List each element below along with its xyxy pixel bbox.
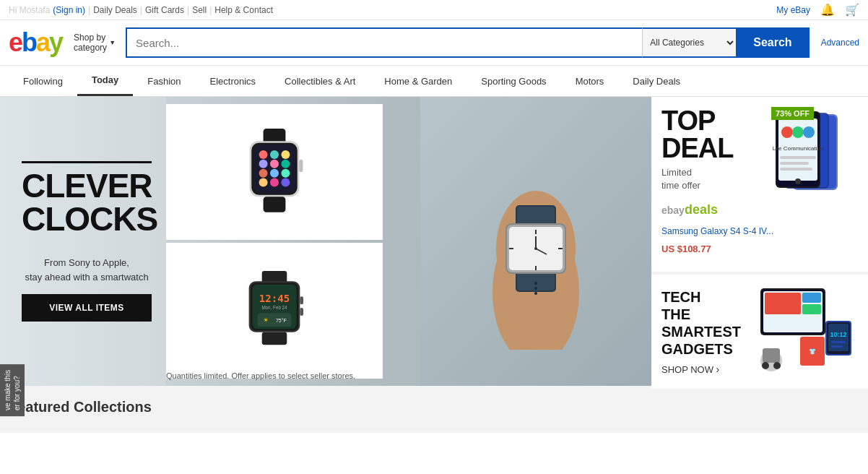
nav-bar: Following Today Fashion Electronics Coll… (0, 66, 868, 97)
svg-text:Mon, Feb 24: Mon, Feb 24 (261, 305, 287, 310)
ebay-deals-logo: ebaydeals (661, 202, 764, 217)
search-bar: All Categories Search (126, 27, 810, 58)
svg-rect-17 (264, 197, 286, 212)
top-deal-heading: TOPDEAL (661, 107, 764, 162)
wrist-watch-image (420, 97, 651, 386)
greeting-text: Hi Mostafa (9, 5, 50, 15)
svg-point-4 (259, 150, 268, 159)
featured-collections-title: Featured Collections (9, 399, 859, 415)
svg-point-5 (270, 150, 279, 159)
logo-a: a (36, 27, 49, 57)
logo-b: b (22, 27, 36, 57)
signin-link[interactable]: (Sign in) (53, 5, 85, 15)
tech-heading: TECHTHE SMARTESTGADGETS (661, 288, 757, 358)
svg-text:75°F: 75°F (276, 318, 287, 323)
separator3: | (187, 5, 189, 15)
apple-watch-box[interactable] (166, 104, 383, 240)
smart-watch-svg: 12:45 Mon, Feb 24 ☀ 75°F (235, 271, 314, 350)
top-bar-left: Hi Mostafa (Sign in) | Daily Deals | Gif… (9, 5, 273, 15)
top-bar-right: My eBay 🔔 🛒 (776, 3, 859, 17)
svg-point-56 (803, 126, 815, 138)
top-deal-product-name[interactable]: Samsung Galaxy S4 S-4 IV... (661, 226, 858, 236)
smart-watch-box[interactable]: 12:45 Mon, Feb 24 ☀ 75°F (166, 243, 383, 379)
my-ebay-link[interactable]: My eBay (776, 5, 810, 15)
tech-text: TECHTHE SMARTESTGADGETS SHOP NOW › (661, 288, 757, 375)
shop-now-link[interactable]: SHOP NOW › (661, 363, 757, 375)
banner-left-panel: CLEVERCLOCKS From Sony to Apple,stay ahe… (0, 97, 166, 386)
shop-now-arrow: › (716, 363, 720, 375)
discount-badge: 73% OFF (771, 107, 814, 120)
limited-time-text: Limitedtime offer (661, 166, 764, 192)
right-sidebar: TOPDEAL Limitedtime offer ebaydeals 73% … (651, 97, 868, 389)
main-content: CLEVERCLOCKS From Sony to Apple,stay ahe… (0, 97, 868, 389)
separator4: | (209, 5, 212, 15)
nav-item-electronics[interactable]: Electronics (196, 67, 271, 95)
nav-item-motors[interactable]: Motors (561, 67, 619, 95)
feedback-tab[interactable]: ve make thiser for you? (0, 364, 25, 416)
svg-rect-66 (802, 293, 821, 303)
svg-point-61 (795, 178, 801, 184)
top-deal-price: US $108.77 (661, 244, 858, 254)
svg-rect-58 (780, 156, 816, 159)
tech-card: TECHTHE SMARTESTGADGETS SHOP NOW › (651, 275, 868, 389)
featured-collections: Featured Collections (0, 389, 868, 433)
header: ebay Shop bycategory ▼ All Categories Se… (0, 20, 868, 66)
wrist-watch-svg (456, 133, 615, 350)
svg-point-78 (762, 362, 769, 369)
ebay-logo[interactable]: ebay (9, 30, 66, 56)
svg-rect-73 (831, 345, 843, 348)
shop-by-text: Shop bycategory (74, 33, 107, 53)
banner-watches: 12:45 Mon, Feb 24 ☀ 75°F (166, 104, 383, 379)
separator1: | (88, 5, 90, 15)
category-select[interactable]: All Categories (642, 27, 736, 58)
help-link[interactable]: Help & Contact (214, 5, 273, 15)
svg-rect-27 (262, 332, 287, 345)
svg-point-10 (259, 169, 268, 178)
nav-item-following[interactable]: Following (9, 67, 77, 95)
svg-point-43 (534, 247, 537, 250)
svg-point-11 (270, 169, 279, 178)
svg-rect-65 (765, 293, 801, 314)
search-input[interactable] (126, 27, 642, 58)
view-all-button[interactable]: VIEW ALL ITEMS (22, 294, 152, 322)
top-deal-content: TOPDEAL Limitedtime offer ebaydeals 73% … (661, 107, 858, 217)
banner-title: CLEVERCLOCKS (22, 161, 152, 236)
nav-item-collectibles[interactable]: Collectibles & Art (270, 67, 370, 95)
svg-text:12:45: 12:45 (259, 293, 290, 304)
logo-y: y (49, 27, 62, 57)
svg-point-7 (259, 160, 268, 168)
banner-disclaimer: Quantities limited. Offer applies to sel… (166, 371, 355, 380)
svg-rect-72 (831, 341, 846, 343)
nav-item-fashion[interactable]: Fashion (133, 67, 195, 95)
svg-rect-67 (802, 304, 821, 314)
sell-link[interactable]: Sell (192, 5, 207, 15)
svg-rect-60 (780, 168, 812, 171)
svg-rect-28 (300, 296, 303, 304)
nav-item-today[interactable]: Today (77, 66, 133, 96)
svg-point-9 (281, 160, 290, 168)
svg-point-13 (259, 178, 268, 187)
search-button[interactable]: Search (736, 27, 809, 58)
deals-text: deals (685, 202, 718, 217)
nav-item-sporting[interactable]: Sporting Goods (466, 67, 560, 95)
svg-point-46 (534, 292, 537, 295)
daily-deals-link[interactable]: Daily Deals (93, 5, 137, 15)
svg-point-45 (534, 287, 537, 290)
advanced-search-link[interactable]: Advanced (821, 38, 859, 48)
svg-point-15 (281, 178, 290, 187)
svg-text:👕: 👕 (809, 348, 816, 355)
svg-point-54 (781, 126, 793, 138)
nav-item-home-garden[interactable]: Home & Garden (370, 67, 466, 95)
top-bar: Hi Mostafa (Sign in) | Daily Deals | Gif… (0, 0, 868, 20)
svg-text:Life Communication: Life Communication (773, 145, 824, 152)
shop-by-dropdown[interactable]: Shop bycategory ▼ (74, 33, 116, 53)
chevron-down-icon: ▼ (109, 39, 116, 46)
gift-cards-link[interactable]: Gift Cards (145, 5, 184, 15)
top-deal-card: TOPDEAL Limitedtime offer ebaydeals 73% … (651, 97, 868, 272)
top-deal-text: TOPDEAL Limitedtime offer ebaydeals (661, 107, 764, 217)
banner-area: CLEVERCLOCKS From Sony to Apple,stay ahe… (0, 97, 651, 386)
cart-icon[interactable]: 🛒 (845, 3, 859, 17)
phone-stack-image: Life Communication (771, 107, 851, 194)
nav-item-daily-deals[interactable]: Daily Deals (618, 67, 695, 95)
notification-bell-icon[interactable]: 🔔 (820, 3, 835, 17)
